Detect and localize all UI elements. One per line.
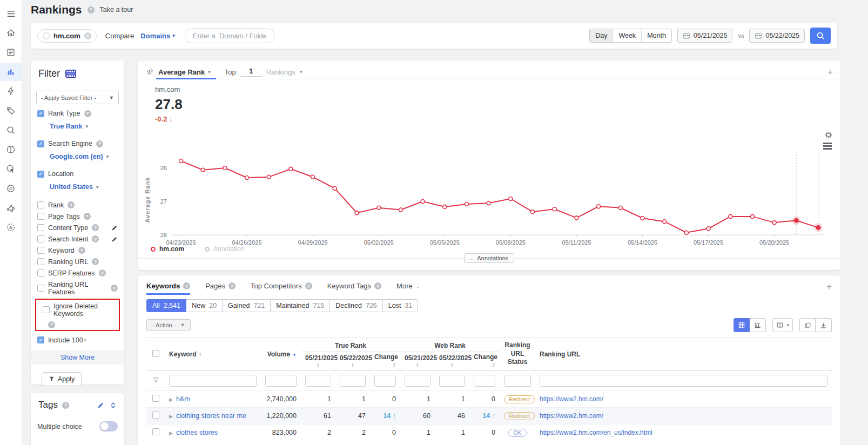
checkbox-content-type[interactable]: [37, 224, 44, 231]
column-header-web-rank-date1[interactable]: 05/21/2025▲▼: [400, 352, 435, 371]
filter-input-keyword[interactable]: [169, 375, 257, 387]
edit-tags-icon[interactable]: [97, 402, 104, 409]
multiple-choice-toggle[interactable]: [99, 421, 118, 431]
lightning-icon[interactable]: [0, 82, 22, 100]
sort-icon[interactable]: ▲▼: [449, 363, 455, 368]
home-icon[interactable]: [0, 24, 22, 42]
click-icon[interactable]: [0, 160, 22, 178]
filter-input-true-rank-change[interactable]: [374, 375, 396, 387]
help-icon[interactable]: ?: [88, 6, 95, 14]
keyword-link[interactable]: clothes stores: [176, 429, 218, 436]
date-from-picker[interactable]: 05/21/2025: [677, 29, 733, 43]
ranking-url-link[interactable]: https://www2.hm.com/en_us/index.html: [540, 429, 652, 436]
filter-input-true-rank-date2[interactable]: [340, 375, 366, 387]
rank-type-dropdown[interactable]: True Rank ▾: [31, 119, 124, 134]
pill-gained[interactable]: Gained721: [223, 299, 271, 312]
filter-input-url[interactable]: [540, 375, 827, 387]
pill-lost[interactable]: Lost31: [383, 299, 419, 312]
copy-button[interactable]: [799, 318, 816, 332]
location-checkbox[interactable]: [37, 171, 44, 178]
download-button[interactable]: [816, 318, 832, 332]
average-rank-chart[interactable]: 262728Average Rank04/23/202504/26/202504…: [138, 136, 840, 251]
take-a-tour-link[interactable]: Take a tour: [100, 6, 133, 14]
granularity-week[interactable]: Week: [613, 29, 641, 42]
legend-item-annotation[interactable]: Annotation: [205, 245, 244, 253]
column-header-keyword[interactable]: Keyword: [169, 350, 197, 358]
tab-pages[interactable]: Pages?: [205, 282, 235, 295]
pill-new[interactable]: New20: [186, 299, 223, 312]
pill-declined[interactable]: Declined726: [330, 299, 383, 312]
menu-icon[interactable]: [0, 4, 22, 23]
compare-mode-dropdown[interactable]: Domains ▾: [140, 32, 174, 40]
tab-keywords[interactable]: Keywords?: [146, 282, 190, 295]
show-more-link[interactable]: Show More: [31, 350, 124, 365]
sort-icon[interactable]: ▲▼: [199, 352, 202, 357]
row-checkbox[interactable]: [152, 428, 159, 435]
tab-top-competitors[interactable]: Top Competitors?: [251, 282, 312, 295]
checkbox-keyword[interactable]: [37, 247, 44, 254]
annotations-button[interactable]: ⌄ Annotations: [464, 253, 515, 263]
row-checkbox[interactable]: [152, 412, 159, 419]
metric-tab-average-rank[interactable]: Average Rank ▾: [158, 65, 211, 79]
tag-icon[interactable]: [0, 102, 22, 120]
select-all-checkbox[interactable]: [152, 350, 159, 357]
edit-icon[interactable]: [111, 236, 118, 242]
edit-icon[interactable]: [111, 225, 118, 231]
filter-input-true-rank-date1[interactable]: [305, 375, 331, 387]
checkbox-ranking-url-features[interactable]: [37, 285, 44, 292]
search-icon[interactable]: [0, 121, 22, 139]
granularity-month[interactable]: Month: [641, 29, 671, 42]
column-header-web-rank-date2[interactable]: 05/22/2025▲▼: [435, 352, 469, 371]
legend-item-hm-com[interactable]: hm.com: [151, 245, 184, 253]
reports-icon[interactable]: [0, 43, 22, 62]
pin-icon[interactable]: [145, 68, 154, 76]
date-to-picker[interactable]: 05/22/2025: [749, 29, 805, 43]
granularity-day[interactable]: Day: [590, 29, 613, 42]
search-engine-checkbox[interactable]: [37, 140, 44, 147]
checkbox-ignore-deleted-keywords[interactable]: [43, 306, 50, 313]
checkbox-ranking-url[interactable]: [37, 258, 44, 265]
checkbox-rank[interactable]: [37, 201, 44, 208]
circle-360-icon[interactable]: 360°: [0, 179, 22, 198]
plus-icon[interactable]: +: [826, 282, 832, 291]
row-checkbox[interactable]: [152, 395, 159, 402]
search-engine-dropdown[interactable]: Google.com (en) ▾: [31, 150, 124, 165]
language-icon[interactable]: A: [0, 218, 22, 237]
ranking-url-link[interactable]: https://www2.hm.com/: [540, 395, 603, 403]
expand-row-icon[interactable]: ▶: [169, 397, 173, 402]
include-100-checkbox[interactable]: [37, 336, 44, 343]
saved-filter-select[interactable]: - Apply Saved Filter - ▼: [36, 91, 119, 104]
location-dropdown[interactable]: United States ▾: [31, 180, 124, 195]
pill-all[interactable]: All2,541: [146, 299, 186, 312]
filter-input-web-rank-date2[interactable]: [439, 375, 465, 387]
sort-icon[interactable]: ▲▼: [350, 363, 355, 368]
tab-more[interactable]: More⌄: [396, 282, 420, 295]
expand-row-icon[interactable]: ▶: [169, 414, 173, 419]
rankings-icon[interactable]: [0, 63, 22, 81]
network-icon[interactable]: [0, 199, 22, 217]
keyword-link[interactable]: h&m: [176, 395, 190, 403]
checkbox-page-tags[interactable]: [37, 213, 44, 220]
checkbox-search-intent[interactable]: [37, 235, 44, 242]
remove-domain-icon[interactable]: ✕: [84, 32, 91, 39]
sort-icon[interactable]: ▲▼: [393, 362, 396, 367]
table-view-button[interactable]: [734, 318, 750, 332]
filter-input-status[interactable]: [504, 375, 531, 387]
filter-input-web-rank-date1[interactable]: [405, 375, 430, 387]
ranking-url-link[interactable]: https://www2.hm.com/: [540, 412, 603, 420]
compare-domain-input[interactable]: [185, 28, 274, 43]
pill-maintained[interactable]: Maintained715: [271, 299, 330, 312]
brain-icon[interactable]: [0, 140, 22, 159]
film-icon[interactable]: [65, 70, 76, 78]
checkbox-serp-features[interactable]: [37, 269, 44, 277]
column-header-web-rank-change[interactable]: Change▲▼: [469, 352, 500, 371]
column-header-true-rank-change[interactable]: Change▲▼: [370, 352, 400, 371]
sort-icon[interactable]: ▲▼: [492, 362, 495, 367]
keyword-link[interactable]: clothing stores near me: [176, 412, 246, 420]
column-header-volume[interactable]: Volume: [267, 350, 290, 358]
collapse-icon[interactable]: [110, 402, 117, 409]
apply-button[interactable]: Apply: [42, 372, 82, 386]
expand-row-icon[interactable]: ▶: [169, 430, 173, 436]
domain-chip[interactable]: hm.com ✕: [37, 29, 97, 43]
search-button[interactable]: [810, 28, 831, 44]
